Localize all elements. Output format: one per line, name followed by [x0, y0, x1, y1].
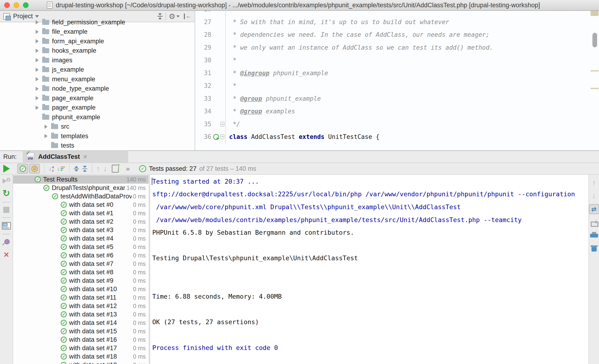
next-occurrence-button[interactable]: ↓ [103, 165, 107, 172]
editor-scrollbar[interactable] [592, 33, 597, 47]
tree-toggle-icon[interactable] [54, 261, 60, 267]
tree-toggle-icon[interactable] [54, 202, 60, 208]
sort-alphabetically-button[interactable]: ↓ az [49, 165, 54, 172]
test-tree-row[interactable]: Test Results 140 ms [13, 175, 149, 184]
project-tree-row[interactable]: field_permission_example [0, 18, 195, 27]
down-stacktrace-icon[interactable]: ↓ [592, 192, 596, 199]
tree-toggle-icon[interactable] [34, 19, 40, 25]
test-tree-row[interactable]: with data set #14 0 ms [13, 319, 149, 327]
project-tree-row[interactable]: pager_example [0, 103, 195, 113]
test-tree-row[interactable]: with data set #15 0 ms [13, 327, 149, 335]
tree-toggle-icon[interactable] [54, 294, 60, 301]
project-tree-row[interactable]: page_example [0, 93, 195, 103]
tree-toggle-icon[interactable] [34, 114, 40, 120]
tree-toggle-icon[interactable] [34, 86, 40, 92]
tree-toggle-icon[interactable] [54, 235, 60, 241]
test-tree-row[interactable]: with data set #16 0 ms [13, 335, 149, 344]
tree-toggle-icon[interactable] [34, 95, 40, 101]
tree-toggle-icon[interactable] [54, 252, 60, 258]
project-tree-row[interactable]: templates [0, 131, 195, 141]
tree-toggle-icon[interactable] [54, 227, 60, 233]
fold-marker-icon[interactable] [220, 134, 224, 139]
rerun-icon[interactable]: ↻ [3, 189, 10, 198]
test-tree-row[interactable]: with data set #5 0 ms [13, 243, 149, 251]
tab-addclasstest[interactable]: ✓ php AddClassTest × [23, 151, 128, 163]
phpdoc-tag[interactable]: @ingroup [240, 70, 269, 77]
test-tree-row[interactable]: with data set #9 0 ms [13, 276, 149, 285]
test-tree-row[interactable]: testAddWithBadDataProvid 0 ms [13, 192, 149, 201]
tree-toggle-icon[interactable] [34, 29, 40, 35]
phpdoc-tag[interactable]: @group [240, 108, 262, 115]
tree-toggle-icon[interactable] [34, 57, 40, 63]
collapse-all-button[interactable] [82, 166, 87, 172]
export-test-results-button[interactable] [112, 165, 119, 173]
show-passed-toggle[interactable] [17, 164, 28, 174]
chevron-down-icon[interactable] [35, 15, 39, 18]
tree-toggle-icon[interactable] [54, 345, 60, 351]
tree-toggle-icon[interactable] [54, 210, 60, 216]
run-test-gutter-icon[interactable] [213, 134, 219, 140]
tree-toggle-icon[interactable] [34, 76, 40, 82]
tree-toggle-icon[interactable] [34, 48, 40, 54]
project-tree-row[interactable]: js_example [0, 65, 195, 75]
test-tree-row[interactable]: with data set #7 0 ms [13, 259, 149, 268]
tree-toggle-icon[interactable] [54, 244, 60, 250]
sort-by-duration-button[interactable]: ↓ [57, 165, 65, 172]
minimize-window-button[interactable] [14, 2, 19, 8]
project-tree-row[interactable]: images [0, 55, 195, 65]
tree-toggle-icon[interactable] [54, 337, 60, 343]
tree-toggle-icon[interactable] [43, 124, 49, 130]
test-tree-row[interactable]: with data set #1 0 ms [13, 209, 149, 217]
tree-toggle-icon[interactable] [54, 320, 60, 326]
test-tree-row[interactable]: with data set #6 0 ms [13, 251, 149, 259]
tree-toggle-icon[interactable] [54, 311, 60, 317]
stop-icon[interactable] [3, 207, 9, 213]
soft-wrap-toggle[interactable]: ⇄ [589, 204, 599, 214]
test-tree-row[interactable]: with data set #3 0 ms [13, 226, 149, 234]
test-tree-row[interactable]: with data set #0 0 ms [13, 201, 149, 209]
pin-tab-icon[interactable] [3, 239, 10, 246]
test-tree-row[interactable]: Drupal\Tests\phpunit_examp 140 ms [13, 184, 149, 192]
test-tree-row[interactable]: with data set #11 0 ms [13, 293, 149, 302]
clear-all-icon[interactable] [590, 244, 598, 252]
console-output[interactable]: Testing started at 20:37 ... sftp://dock… [150, 175, 589, 364]
tree-toggle-icon[interactable] [34, 38, 40, 44]
code-editor[interactable]: 26 27 * So with that in mind, it's up to… [195, 11, 599, 150]
phpdoc-tag[interactable]: @group [240, 95, 262, 102]
previous-occurrence-button[interactable]: ↑ [96, 165, 100, 172]
tree-toggle-icon[interactable] [54, 269, 60, 275]
test-tree-row[interactable]: with data set #8 0 ms [13, 268, 149, 276]
project-tree-row[interactable]: file_example [0, 27, 195, 37]
close-panel-icon[interactable]: × [4, 250, 9, 259]
tree-toggle-icon[interactable] [43, 143, 49, 149]
hide-panel-icon[interactable] [184, 13, 191, 20]
up-stacktrace-icon[interactable]: ↑ [592, 179, 596, 186]
project-tree-row[interactable]: form_api_example [0, 36, 195, 46]
tree-toggle-icon[interactable] [45, 193, 51, 199]
rerun-failed-tests-icon[interactable] [2, 178, 10, 185]
tree-toggle-icon[interactable] [34, 105, 40, 111]
chevron-down-icon[interactable] [176, 16, 180, 17]
test-tree-row[interactable]: with data set #17 0 ms [13, 344, 149, 352]
close-window-button[interactable] [4, 2, 10, 8]
close-tab-icon[interactable]: × [83, 153, 87, 161]
scroll-to-end-icon[interactable] [590, 219, 598, 227]
expand-all-button[interactable] [74, 166, 79, 172]
tree-toggle-icon[interactable] [28, 176, 34, 182]
rerun-button[interactable] [3, 165, 10, 173]
project-tree-row[interactable]: menu_example [0, 74, 195, 84]
zoom-window-button[interactable] [23, 2, 29, 8]
fold-marker-icon[interactable] [220, 122, 224, 126]
show-ignored-toggle[interactable] [29, 164, 40, 174]
test-tree-row[interactable]: with data set #13 0 ms [13, 310, 149, 319]
more-actions-chevron[interactable]: » [126, 165, 130, 173]
tree-toggle-icon[interactable] [54, 328, 60, 334]
tree-toggle-icon[interactable] [43, 133, 49, 139]
project-tree-row[interactable]: hooks_example [0, 46, 195, 56]
tree-toggle-icon[interactable] [54, 362, 60, 364]
restore-layout-icon[interactable] [2, 222, 11, 230]
project-tree-row[interactable]: src [0, 122, 195, 132]
tree-toggle-icon[interactable] [54, 286, 60, 292]
test-tree-row[interactable]: with data set #12 0 ms [13, 302, 149, 310]
tree-toggle-icon[interactable] [54, 303, 60, 309]
